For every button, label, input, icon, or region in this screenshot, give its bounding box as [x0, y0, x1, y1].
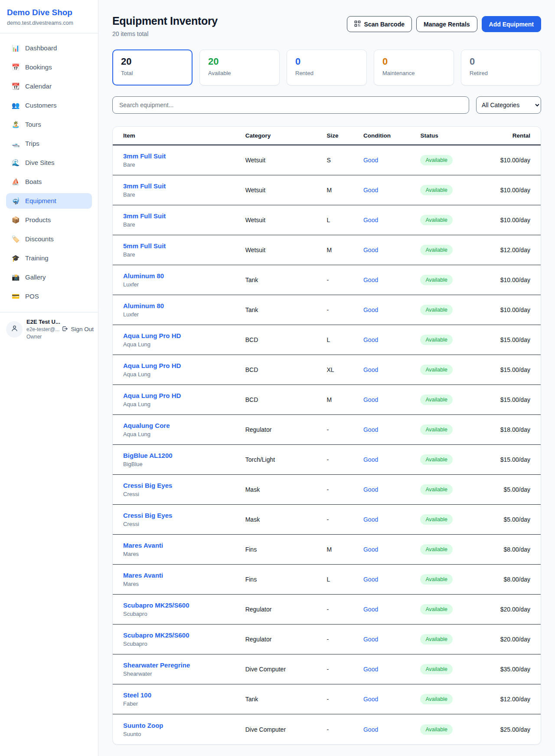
condition-link[interactable]: Good: [363, 187, 378, 194]
condition-link[interactable]: Good: [363, 576, 378, 583]
status-cell: Available: [420, 335, 477, 345]
size-cell: M: [326, 546, 363, 553]
sidebar-item-customers[interactable]: 👥Customers: [6, 98, 92, 113]
stat-card-maintenance[interactable]: 0Maintenance: [374, 49, 454, 85]
stat-card-total[interactable]: 20Total: [112, 49, 193, 85]
item-name-link[interactable]: Mares Avanti: [123, 542, 245, 549]
sign-out-button[interactable]: Sign Out: [62, 325, 94, 333]
people-icon: 👥: [11, 101, 20, 110]
condition-link[interactable]: Good: [363, 456, 378, 463]
sidebar-nav: 📊Dashboard📅Bookings📆Calendar👥Customers🏝️…: [0, 33, 98, 311]
item-name-link[interactable]: Scubapro MK25/S600: [123, 631, 245, 639]
condition-link[interactable]: Good: [363, 636, 378, 643]
item-name-link[interactable]: Scubapro MK25/S600: [123, 602, 245, 609]
stat-card-retired[interactable]: 0Retired: [461, 49, 541, 85]
item-name-link[interactable]: 3mm Full Suit: [123, 212, 245, 220]
table-row: Suunto ZoopSuuntoDive Computer-GoodAvail…: [113, 714, 541, 744]
sidebar-item-dive-sites[interactable]: 🌊Dive Sites: [6, 155, 92, 171]
status-badge: Available: [420, 634, 453, 644]
sidebar-item-boats[interactable]: ⛵Boats: [6, 174, 92, 190]
sidebar-item-label: Products: [25, 215, 51, 225]
sidebar-item-gallery[interactable]: 📸Gallery: [6, 270, 92, 285]
status-cell: Available: [420, 454, 477, 465]
item-name-link[interactable]: Cressi Big Eyes: [123, 512, 245, 519]
condition-cell: Good: [363, 276, 420, 284]
island-icon: 🏝️: [11, 120, 20, 129]
search-input[interactable]: [112, 96, 469, 114]
item-name-link[interactable]: Aluminum 80: [123, 272, 245, 279]
item-name-link[interactable]: Shearwater Peregrine: [123, 661, 245, 669]
sidebar-item-dashboard[interactable]: 📊Dashboard: [6, 40, 92, 56]
condition-link[interactable]: Good: [363, 306, 378, 313]
condition-link[interactable]: Good: [363, 546, 378, 553]
status-badge: Available: [420, 454, 453, 465]
scan-barcode-button[interactable]: Scan Barcode: [347, 16, 412, 32]
condition-link[interactable]: Good: [363, 276, 378, 283]
item-name-link[interactable]: Aqua Lung Pro HD: [123, 332, 245, 339]
category-select[interactable]: All Categories: [476, 96, 541, 114]
condition-link[interactable]: Good: [363, 726, 378, 733]
status-cell: Available: [420, 514, 477, 525]
condition-link[interactable]: Good: [363, 486, 378, 493]
condition-link[interactable]: Good: [363, 606, 378, 613]
size-cell: -: [326, 636, 363, 643]
stat-value: 20: [121, 56, 184, 67]
condition-link[interactable]: Good: [363, 157, 378, 164]
stat-card-rented[interactable]: 0Rented: [287, 49, 367, 85]
item-brand: Scubapro: [123, 641, 245, 647]
sidebar-item-bookings[interactable]: 📅Bookings: [6, 59, 92, 75]
condition-link[interactable]: Good: [363, 666, 378, 673]
page-title-block: Equipment Inventory 20 items total: [112, 15, 218, 37]
table-row: Mares AvantiMaresFinsMGoodAvailable$8.00…: [113, 535, 541, 565]
item-name-link[interactable]: BigBlue AL1200: [123, 452, 245, 459]
item-name-link[interactable]: 3mm Full Suit: [123, 182, 245, 190]
sidebar-item-equipment[interactable]: 🤿Equipment: [6, 193, 92, 209]
condition-cell: Good: [363, 726, 420, 733]
sidebar-item-pos[interactable]: 💳POS: [6, 289, 92, 304]
item-name-link[interactable]: Aqua Lung Pro HD: [123, 392, 245, 399]
graduation-cap-icon: 🎓: [11, 253, 20, 263]
status-cell: Available: [420, 305, 477, 315]
condition-link[interactable]: Good: [363, 516, 378, 523]
condition-link[interactable]: Good: [363, 396, 378, 403]
rental-price: $5.00/day: [503, 516, 530, 523]
stat-value: 0: [470, 56, 532, 67]
condition-link[interactable]: Good: [363, 696, 378, 703]
item-name-link[interactable]: 3mm Full Suit: [123, 152, 245, 160]
rental-cell: $10.00/day: [477, 156, 530, 164]
add-equipment-button[interactable]: Add Equipment: [482, 16, 541, 32]
item-name-link[interactable]: Mares Avanti: [123, 572, 245, 579]
stat-card-available[interactable]: 20Available: [199, 49, 280, 85]
sidebar-item-trips[interactable]: 🛥️Trips: [6, 136, 92, 151]
item-name-link[interactable]: Aqualung Core: [123, 422, 245, 429]
condition-cell: Good: [363, 575, 420, 583]
item-name-link[interactable]: Cressi Big Eyes: [123, 482, 245, 489]
brand-link[interactable]: Demo Dive Shop: [7, 8, 91, 17]
condition-link[interactable]: Good: [363, 336, 378, 343]
status-cell: Available: [420, 724, 477, 735]
item-name-link[interactable]: Aqua Lung Pro HD: [123, 362, 245, 369]
item-name-link[interactable]: Steel 100: [123, 691, 245, 699]
condition-link[interactable]: Good: [363, 217, 378, 224]
manage-rentals-button[interactable]: Manage Rentals: [416, 16, 477, 32]
item-name-link[interactable]: Aluminum 80: [123, 302, 245, 309]
item-name-link[interactable]: Suunto Zoop: [123, 722, 245, 729]
table-row: BigBlue AL1200BigBlueTorch/Light-GoodAva…: [113, 445, 541, 475]
status-cell: Available: [420, 245, 477, 255]
sidebar-item-training[interactable]: 🎓Training: [6, 250, 92, 266]
table-row: Cressi Big EyesCressiMask-GoodAvailable$…: [113, 505, 541, 535]
condition-link[interactable]: Good: [363, 247, 378, 253]
condition-link[interactable]: Good: [363, 426, 378, 433]
condition-cell: Good: [363, 306, 420, 314]
sidebar-item-label: Boats: [25, 177, 42, 187]
sidebar-item-calendar[interactable]: 📆Calendar: [6, 79, 92, 94]
condition-link[interactable]: Good: [363, 366, 378, 373]
sidebar-item-tours[interactable]: 🏝️Tours: [6, 117, 92, 132]
item-name-link[interactable]: 5mm Full Suit: [123, 242, 245, 250]
item-brand: Mares: [123, 551, 245, 557]
sidebar-item-products[interactable]: 📦Products: [6, 212, 92, 228]
table-row: 3mm Full SuitBareWetsuitMGoodAvailable$1…: [113, 175, 541, 205]
condition-cell: Good: [363, 695, 420, 703]
rental-price: $20.00/day: [500, 636, 530, 643]
sidebar-item-discounts[interactable]: 🏷️Discounts: [6, 231, 92, 247]
